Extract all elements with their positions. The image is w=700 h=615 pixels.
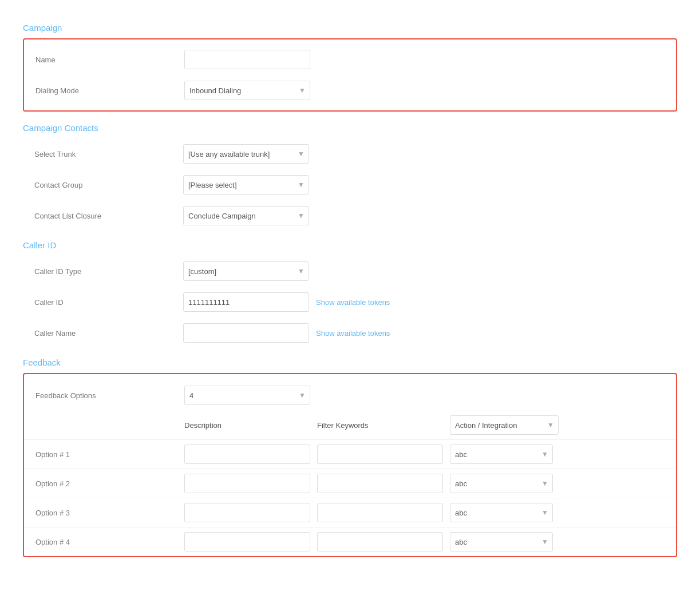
- campaign-bordered-section: Name Dialing Mode Inbound Dialing Outbou…: [23, 38, 677, 112]
- select-trunk-wrap: [Use any available trunk] ▼: [183, 144, 309, 164]
- caller-name-control: Show available tokens: [183, 323, 390, 343]
- option-2-description-input[interactable]: [184, 474, 310, 493]
- contact-group-row: Contact Group [Please select] ▼: [23, 169, 677, 200]
- feedback-options-label: Feedback Options: [35, 391, 184, 400]
- option-1-action-select[interactable]: abc: [450, 445, 553, 464]
- contact-list-closure-select[interactable]: Conclude Campaign: [183, 206, 309, 225]
- option-3-action-select[interactable]: abc: [450, 503, 553, 522]
- caller-id-type-control: [custom] ▼: [183, 261, 309, 281]
- caller-name-label: Caller Name: [34, 329, 183, 338]
- option-3-action-wrap: abc ▼: [450, 503, 553, 522]
- option-2-label: Option # 2: [35, 479, 184, 488]
- option-3-filter-input[interactable]: [317, 503, 443, 522]
- option-2-action-wrap: abc ▼: [450, 474, 553, 493]
- option-4-inputs: abc ▼: [184, 532, 553, 551]
- name-input[interactable]: [184, 50, 310, 69]
- dialing-mode-select[interactable]: Inbound Dialing Outbound Dialing Blended: [184, 81, 310, 100]
- caller-id-control: Show available tokens: [183, 292, 390, 312]
- option-2-action-select[interactable]: abc: [450, 474, 553, 493]
- show-tokens-caller-id-link[interactable]: Show available tokens: [316, 298, 390, 307]
- name-control: [184, 50, 310, 69]
- caller-id-input[interactable]: [183, 292, 309, 312]
- campaign-section-title: Campaign: [23, 23, 677, 33]
- feedback-table-header: Description Filter Keywords Action / Int…: [173, 411, 676, 439]
- contact-group-wrap: [Please select] ▼: [183, 175, 309, 195]
- dialing-mode-control: Inbound Dialing Outbound Dialing Blended…: [184, 81, 310, 100]
- feedback-options-control: 1 2 3 4 5 ▼: [184, 386, 310, 405]
- option-2-inputs: abc ▼: [184, 474, 553, 493]
- option-4-action-wrap: abc ▼: [450, 532, 553, 551]
- campaign-contacts-section-title: Campaign Contacts: [23, 123, 677, 133]
- option-1-label: Option # 1: [35, 450, 184, 459]
- option-3-description-input[interactable]: [184, 503, 310, 522]
- col-description-header: Description: [184, 421, 310, 430]
- contact-list-closure-label: Contact List Closure: [34, 212, 183, 220]
- option-3-label: Option # 3: [35, 509, 184, 517]
- option-4-label: Option # 4: [35, 538, 184, 546]
- caller-id-section-title: Caller ID: [23, 240, 677, 250]
- option-4-action-select[interactable]: abc: [450, 532, 553, 551]
- feedback-bordered-section: Feedback Options 1 2 3 4 5 ▼ Description…: [23, 373, 677, 557]
- action-integration-header-select[interactable]: Action / Integration: [450, 415, 559, 435]
- contact-list-closure-wrap: Conclude Campaign ▼: [183, 206, 309, 225]
- campaign-contacts-section: Select Trunk [Use any available trunk] ▼…: [23, 138, 677, 231]
- show-tokens-caller-name-link[interactable]: Show available tokens: [316, 329, 390, 338]
- caller-id-row: Caller ID Show available tokens: [23, 287, 677, 318]
- option-1-description-input[interactable]: [184, 445, 310, 464]
- feedback-option-1-row: Option # 1 abc ▼: [24, 439, 676, 469]
- caller-id-type-wrap: [custom] ▼: [183, 261, 309, 281]
- contact-list-closure-control: Conclude Campaign ▼: [183, 206, 309, 225]
- col-filter-keywords-header: Filter Keywords: [317, 421, 443, 430]
- feedback-option-3-row: Option # 3 abc ▼: [24, 498, 676, 527]
- option-2-filter-input[interactable]: [317, 474, 443, 493]
- feedback-options-select[interactable]: 1 2 3 4 5: [184, 386, 310, 405]
- name-label: Name: [35, 55, 184, 64]
- option-1-action-wrap: abc ▼: [450, 445, 553, 464]
- feedback-option-4-row: Option # 4 abc ▼: [24, 527, 676, 556]
- caller-id-type-row: Caller ID Type [custom] ▼: [23, 256, 677, 287]
- select-trunk-label: Select Trunk: [34, 150, 183, 158]
- contact-group-label: Contact Group: [34, 181, 183, 189]
- feedback-options-wrap: 1 2 3 4 5 ▼: [184, 386, 310, 405]
- select-trunk-control: [Use any available trunk] ▼: [183, 144, 309, 164]
- feedback-options-row: Feedback Options 1 2 3 4 5 ▼: [24, 380, 676, 411]
- dialing-mode-row: Dialing Mode Inbound Dialing Outbound Di…: [24, 75, 676, 106]
- contact-group-select[interactable]: [Please select]: [183, 175, 309, 195]
- option-1-inputs: abc ▼: [184, 445, 553, 464]
- dialing-mode-select-wrap: Inbound Dialing Outbound Dialing Blended…: [184, 81, 310, 100]
- caller-id-label: Caller ID: [34, 298, 183, 307]
- option-4-description-input[interactable]: [184, 532, 310, 551]
- feedback-option-2-row: Option # 2 abc ▼: [24, 469, 676, 498]
- option-3-inputs: abc ▼: [184, 503, 553, 522]
- action-integration-header-wrap: Action / Integration ▼: [450, 415, 559, 435]
- caller-id-type-select[interactable]: [custom]: [183, 261, 309, 281]
- select-trunk-select[interactable]: [Use any available trunk]: [183, 144, 309, 164]
- name-row: Name: [24, 44, 676, 75]
- contact-list-closure-row: Contact List Closure Conclude Campaign ▼: [23, 200, 677, 231]
- col-action-integration-header: Action / Integration ▼: [450, 415, 559, 435]
- caller-name-input[interactable]: [183, 323, 309, 343]
- contact-group-control: [Please select] ▼: [183, 175, 309, 195]
- caller-id-type-label: Caller ID Type: [34, 267, 183, 276]
- select-trunk-row: Select Trunk [Use any available trunk] ▼: [23, 138, 677, 169]
- caller-id-section: Caller ID Type [custom] ▼ Caller ID Show…: [23, 256, 677, 348]
- option-1-filter-input[interactable]: [317, 445, 443, 464]
- caller-name-row: Caller Name Show available tokens: [23, 318, 677, 348]
- dialing-mode-label: Dialing Mode: [35, 86, 184, 95]
- feedback-section-title: Feedback: [23, 358, 677, 367]
- option-4-filter-input[interactable]: [317, 532, 443, 551]
